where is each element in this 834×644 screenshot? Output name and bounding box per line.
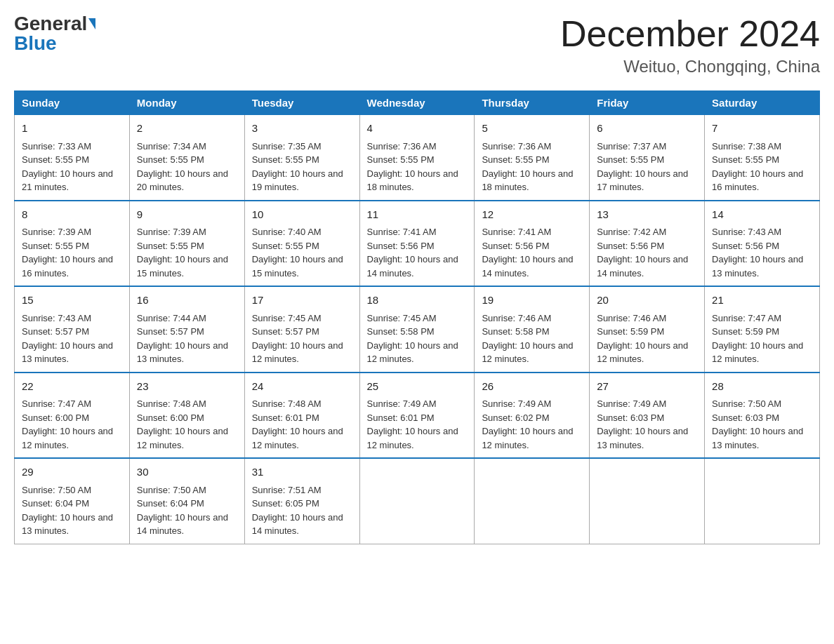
sunset-text: Sunset: 5:55 PM: [367, 154, 435, 165]
table-row: 5 Sunrise: 7:36 AM Sunset: 5:55 PM Dayli…: [475, 115, 590, 201]
table-row: 10 Sunrise: 7:40 AM Sunset: 5:55 PM Dayl…: [244, 201, 359, 287]
daylight-text: Daylight: 10 hours and 13 minutes.: [137, 340, 228, 365]
daylight-text: Daylight: 10 hours and 13 minutes.: [22, 512, 113, 537]
daylight-text: Daylight: 10 hours and 14 minutes.: [367, 254, 458, 279]
calendar-table: Sunday Monday Tuesday Wednesday Thursday…: [14, 90, 820, 544]
sunrise-text: Sunrise: 7:50 AM: [22, 485, 91, 495]
sunset-text: Sunset: 5:57 PM: [22, 326, 89, 337]
daylight-text: Daylight: 10 hours and 14 minutes.: [597, 254, 688, 279]
sunrise-text: Sunrise: 7:38 AM: [712, 141, 781, 152]
sunrise-text: Sunrise: 7:47 AM: [712, 313, 781, 323]
day-number: 7: [712, 121, 812, 137]
logo-triangle-icon: [88, 18, 95, 29]
table-row: 19 Sunrise: 7:46 AM Sunset: 5:58 PM Dayl…: [475, 286, 590, 373]
table-row: 3 Sunrise: 7:35 AM Sunset: 5:55 PM Dayli…: [244, 115, 359, 201]
sunrise-text: Sunrise: 7:43 AM: [712, 227, 781, 237]
daylight-text: Daylight: 10 hours and 13 minutes.: [597, 426, 688, 450]
sunset-text: Sunset: 5:55 PM: [252, 154, 319, 165]
sunset-text: Sunset: 5:55 PM: [22, 154, 89, 165]
daylight-text: Daylight: 10 hours and 13 minutes.: [712, 426, 803, 450]
daylight-text: Daylight: 10 hours and 13 minutes.: [22, 340, 113, 365]
sunset-text: Sunset: 5:55 PM: [712, 154, 779, 165]
table-row: 26 Sunrise: 7:49 AM Sunset: 6:02 PM Dayl…: [475, 373, 590, 459]
table-row: 20 Sunrise: 7:46 AM Sunset: 5:59 PM Dayl…: [590, 286, 705, 373]
daylight-text: Daylight: 10 hours and 18 minutes.: [367, 168, 458, 193]
sunset-text: Sunset: 6:04 PM: [137, 498, 204, 509]
page-header: General Blue December 2024 Weituo, Chong…: [14, 14, 820, 76]
table-row: 11 Sunrise: 7:41 AM Sunset: 5:56 PM Dayl…: [359, 201, 475, 287]
day-number: 18: [367, 293, 468, 309]
sunrise-text: Sunrise: 7:42 AM: [597, 227, 666, 237]
table-row: 17 Sunrise: 7:45 AM Sunset: 5:57 PM Dayl…: [244, 286, 359, 373]
header-sunday: Sunday: [15, 91, 130, 115]
calendar-week-row: 1 Sunrise: 7:33 AM Sunset: 5:55 PM Dayli…: [15, 115, 820, 201]
table-row: 12 Sunrise: 7:41 AM Sunset: 5:56 PM Dayl…: [475, 201, 590, 287]
day-number: 15: [22, 293, 122, 309]
sunrise-text: Sunrise: 7:46 AM: [482, 313, 551, 323]
sunrise-text: Sunrise: 7:50 AM: [137, 485, 206, 495]
sunset-text: Sunset: 5:56 PM: [712, 241, 779, 251]
table-row: 14 Sunrise: 7:43 AM Sunset: 5:56 PM Dayl…: [705, 201, 820, 287]
sunset-text: Sunset: 6:01 PM: [367, 412, 435, 423]
sunrise-text: Sunrise: 7:49 AM: [482, 398, 551, 409]
table-row: 4 Sunrise: 7:36 AM Sunset: 5:55 PM Dayli…: [359, 115, 475, 201]
day-number: 16: [137, 293, 237, 309]
day-number: 6: [597, 121, 697, 137]
sunrise-text: Sunrise: 7:50 AM: [712, 398, 781, 409]
sunrise-text: Sunrise: 7:37 AM: [597, 141, 666, 152]
day-number: 8: [22, 207, 122, 223]
day-number: 25: [367, 379, 468, 395]
calendar-week-row: 8 Sunrise: 7:39 AM Sunset: 5:55 PM Dayli…: [15, 201, 820, 287]
day-number: 28: [712, 379, 812, 395]
sunset-text: Sunset: 5:59 PM: [597, 326, 664, 337]
location-title: Weituo, Chongqing, China: [560, 57, 820, 76]
sunset-text: Sunset: 6:00 PM: [137, 412, 204, 423]
sunrise-text: Sunrise: 7:36 AM: [482, 141, 551, 152]
sunrise-text: Sunrise: 7:48 AM: [252, 398, 322, 409]
day-number: 14: [712, 207, 812, 223]
sunset-text: Sunset: 5:58 PM: [367, 326, 435, 337]
table-row: 21 Sunrise: 7:47 AM Sunset: 5:59 PM Dayl…: [705, 286, 820, 373]
day-number: 1: [22, 121, 122, 137]
calendar-week-row: 22 Sunrise: 7:47 AM Sunset: 6:00 PM Dayl…: [15, 373, 820, 459]
sunset-text: Sunset: 5:59 PM: [712, 326, 779, 337]
daylight-text: Daylight: 10 hours and 18 minutes.: [482, 168, 573, 193]
daylight-text: Daylight: 10 hours and 12 minutes.: [252, 340, 343, 365]
sunset-text: Sunset: 5:56 PM: [482, 241, 549, 251]
sunrise-text: Sunrise: 7:49 AM: [367, 398, 437, 409]
sunrise-text: Sunrise: 7:45 AM: [252, 313, 322, 323]
daylight-text: Daylight: 10 hours and 20 minutes.: [137, 168, 228, 193]
daylight-text: Daylight: 10 hours and 17 minutes.: [597, 168, 688, 193]
table-row: 28 Sunrise: 7:50 AM Sunset: 6:03 PM Dayl…: [705, 373, 820, 459]
day-number: 17: [252, 293, 352, 309]
sunset-text: Sunset: 6:02 PM: [482, 412, 549, 423]
daylight-text: Daylight: 10 hours and 12 minutes.: [712, 340, 803, 365]
day-number: 19: [482, 293, 582, 309]
day-number: 11: [367, 207, 468, 223]
sunrise-text: Sunrise: 7:43 AM: [22, 313, 91, 323]
header-monday: Monday: [129, 91, 244, 115]
header-friday: Friday: [590, 91, 705, 115]
day-number: 4: [367, 121, 468, 137]
daylight-text: Daylight: 10 hours and 13 minutes.: [712, 254, 803, 279]
table-row: [359, 458, 475, 544]
day-number: 2: [137, 121, 237, 137]
table-row: 25 Sunrise: 7:49 AM Sunset: 6:01 PM Dayl…: [359, 373, 475, 459]
sunrise-text: Sunrise: 7:44 AM: [137, 313, 206, 323]
daylight-text: Daylight: 10 hours and 12 minutes.: [367, 426, 458, 450]
daylight-text: Daylight: 10 hours and 12 minutes.: [597, 340, 688, 365]
table-row: 30 Sunrise: 7:50 AM Sunset: 6:04 PM Dayl…: [129, 458, 244, 544]
sunrise-text: Sunrise: 7:39 AM: [22, 227, 91, 237]
sunset-text: Sunset: 5:55 PM: [597, 154, 664, 165]
header-saturday: Saturday: [705, 91, 820, 115]
table-row: [590, 458, 705, 544]
day-number: 29: [22, 464, 122, 481]
table-row: 2 Sunrise: 7:34 AM Sunset: 5:55 PM Dayli…: [129, 115, 244, 201]
sunset-text: Sunset: 6:03 PM: [712, 412, 779, 423]
day-number: 22: [22, 379, 122, 395]
daylight-text: Daylight: 10 hours and 12 minutes.: [22, 426, 113, 450]
daylight-text: Daylight: 10 hours and 12 minutes.: [482, 426, 573, 450]
month-title: December 2024: [560, 14, 820, 54]
day-number: 23: [137, 379, 237, 395]
sunset-text: Sunset: 6:01 PM: [252, 412, 319, 423]
